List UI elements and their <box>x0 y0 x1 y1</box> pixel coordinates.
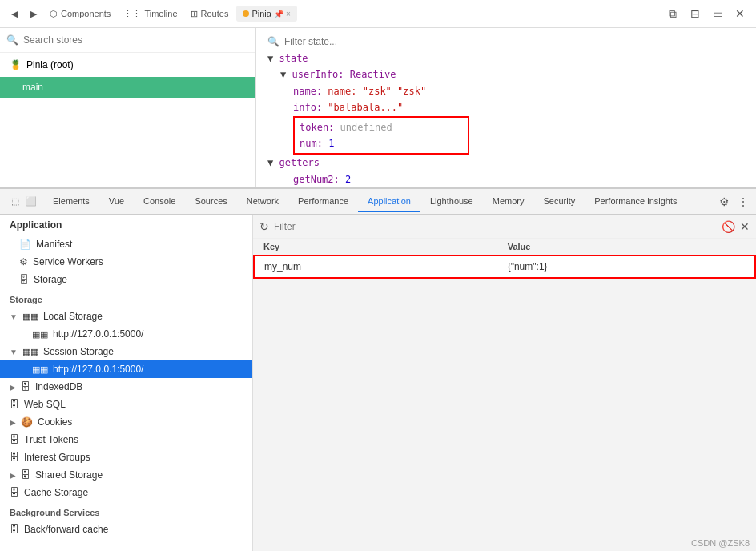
session-storage-url-icon: ▦▦ <box>32 364 48 375</box>
num-field: num: 1 <box>300 135 463 151</box>
trust-tokens-icon: 🗄 <box>10 434 19 445</box>
sidebar-cookies[interactable]: ▶ 🍪 Cookies <box>0 413 252 431</box>
devtools-window-controls: ⚙ ⋮ <box>714 192 753 211</box>
devtools-undock-button[interactable]: ⊟ <box>686 4 705 23</box>
session-storage-expand-icon: ▼ <box>10 348 18 356</box>
red-highlight-box: token: undefined num: 1 <box>293 116 469 155</box>
pinia-root-store-item[interactable]: 🍍 Pinia (root) <box>0 53 255 77</box>
tab-elements[interactable]: Elements <box>43 191 99 212</box>
vue-devtools-bar: ◀ ▶ ⬡ Components ⋮⋮ Timeline ⊞ Routes Pi… <box>0 0 756 28</box>
cookies-expand-icon: ▶ <box>10 418 16 427</box>
storage-table-body: my_num {"num":1} <box>254 255 755 278</box>
storage-section-divider: Storage <box>0 288 252 308</box>
value-column-header: Value <box>498 239 755 255</box>
components-icon: ⬡ <box>50 9 58 19</box>
routes-tab[interactable]: ⊞ Routes <box>186 6 234 22</box>
devtools-settings-icon[interactable]: ⚙ <box>714 192 734 211</box>
sidebar-local-storage[interactable]: ▼ ▦▦ Local Storage <box>0 308 252 325</box>
cache-storage-icon: 🗄 <box>10 487 19 498</box>
sidebar-trust-tokens[interactable]: 🗄 Trust Tokens <box>0 431 252 448</box>
sidebar-session-storage[interactable]: ▼ ▦▦ Session Storage <box>0 343 252 360</box>
getters-section: ▼ getters <box>267 155 745 171</box>
devtools-minimize-button[interactable]: ▭ <box>708 4 727 23</box>
sidebar-service-workers[interactable]: ⚙ Service Workers <box>0 253 252 271</box>
window-controls: ⧉ ⊟ ▭ ✕ <box>663 4 750 23</box>
table-row[interactable]: my_num {"num":1} <box>254 255 755 278</box>
components-tab[interactable]: ⬡ Components <box>45 6 115 22</box>
pinia-state-view: 🔍 ▼ state ▼ userInfo: Reactive name: nam… <box>256 28 756 187</box>
sidebar-interest-groups[interactable]: 🗄 Interest Groups <box>0 448 252 466</box>
application-section-title: Application <box>0 215 252 235</box>
routes-icon: ⊞ <box>191 9 198 19</box>
highlighted-fields: token: undefined num: 1 <box>293 116 745 155</box>
service-workers-icon: ⚙ <box>19 256 28 267</box>
timeline-icon: ⋮⋮ <box>123 9 141 19</box>
inspect-icon[interactable]: ⬚ <box>8 195 22 209</box>
tab-network[interactable]: Network <box>237 191 288 212</box>
tab-vue[interactable]: Vue <box>99 191 134 212</box>
devtools-dock-button[interactable]: ⧉ <box>663 4 682 23</box>
devtools-close-button[interactable]: ✕ <box>730 4 750 23</box>
app-sidebar: Application 📄 Manifest ⚙ Service Workers… <box>0 215 253 551</box>
row-key: my_num <box>254 255 498 278</box>
sidebar-manifest[interactable]: 📄 Manifest <box>0 235 252 253</box>
cookies-icon: 🍪 <box>21 416 33 428</box>
pinia-tab[interactable]: Pinia 📌 × <box>236 6 296 22</box>
tab-console[interactable]: Console <box>134 191 185 212</box>
timeline-tab[interactable]: ⋮⋮ Timeline <box>119 6 182 22</box>
sidebar-shared-storage[interactable]: ▶ 🗄 Shared Storage <box>0 466 252 484</box>
sidebar-back-forward-cache[interactable]: 🗄 Back/forward cache <box>0 521 252 538</box>
sidebar-websql[interactable]: 🗄 Web SQL <box>0 396 252 413</box>
key-column-header: Key <box>254 239 498 255</box>
row-value: {"num":1} <box>498 255 755 278</box>
indexeddb-expand-icon: ▶ <box>10 383 16 392</box>
nav-back-button[interactable]: ◀ <box>6 6 22 22</box>
bg-services-section-divider: Background Services <box>0 501 252 521</box>
storage-table: Key Value my_num {"num":1} <box>253 239 756 279</box>
pinia-store-list: 🔍 🍍 Pinia (root) main <box>0 28 256 187</box>
local-storage-grid-icon: ▦▦ <box>22 312 38 322</box>
getnum2-field: getNum2: 2 <box>267 171 745 187</box>
userinfo-fields: name: name: "zsk" "zsk" info: "balabala.… <box>280 83 745 155</box>
tab-performance[interactable]: Performance <box>288 191 358 212</box>
pinia-main-store-item[interactable]: main <box>0 77 255 98</box>
devtools-more-icon[interactable]: ⋮ <box>734 192 753 211</box>
tab-memory[interactable]: Memory <box>483 191 534 212</box>
shared-storage-icon: 🗄 <box>21 469 30 481</box>
local-storage-expand-icon: ▼ <box>10 312 18 321</box>
search-stores-input[interactable] <box>23 34 249 46</box>
clear-button[interactable]: 🚫 <box>722 220 735 233</box>
sidebar-storage-item[interactable]: 🗄 Storage <box>0 271 252 288</box>
refresh-button[interactable]: ↻ <box>259 220 269 233</box>
pinia-store-icon: 🍍 <box>10 59 22 70</box>
userinfo-label: ▼ userInfo: Reactive <box>280 66 745 82</box>
sidebar-session-storage-url[interactable]: ▦▦ http://127.0.0.1:5000/ <box>0 360 252 378</box>
filter-input[interactable] <box>274 221 717 232</box>
close-button[interactable]: ✕ <box>740 220 750 233</box>
websql-icon: 🗄 <box>10 399 19 410</box>
tab-security[interactable]: Security <box>533 191 585 212</box>
sidebar-cache-storage[interactable]: 🗄 Cache Storage <box>0 484 252 501</box>
devtools-panel-icons: ⬚ ⬜ <box>3 195 43 209</box>
back-forward-cache-icon: 🗄 <box>10 524 19 535</box>
search-bar: 🔍 <box>0 28 255 53</box>
pinia-panel: 🔍 🍍 Pinia (root) main 🔍 ▼ state ▼ userIn… <box>0 28 756 188</box>
nav-forward-button[interactable]: ▶ <box>26 6 42 22</box>
storage-table-wrapper: Key Value my_num {"num":1} <box>253 239 756 279</box>
tab-performance-insights[interactable]: Performance insights <box>585 191 686 212</box>
tab-lighthouse[interactable]: Lighthouse <box>420 191 483 212</box>
pinia-close-icon[interactable]: × <box>286 10 291 18</box>
shared-storage-expand-icon: ▶ <box>10 471 16 480</box>
info-field: info: "balabala..." <box>293 99 745 115</box>
sidebar-local-storage-url[interactable]: ▦▦ http://127.0.0.1:5000/ <box>0 325 252 343</box>
pinia-pin-icon: 📌 <box>274 10 284 18</box>
tab-sources[interactable]: Sources <box>185 191 236 212</box>
devtools-panel: ⬚ ⬜ Elements Vue Console Sources Network… <box>0 188 756 551</box>
sidebar-indexeddb[interactable]: ▶ 🗄 IndexedDB <box>0 378 252 396</box>
tab-application[interactable]: Application <box>358 191 420 212</box>
search-icon: 🔍 <box>6 34 18 46</box>
local-storage-url-icon: ▦▦ <box>32 329 48 340</box>
device-icon[interactable]: ⬜ <box>24 195 38 209</box>
filter-state-input[interactable] <box>284 36 404 47</box>
name-field: name: name: "zsk" "zsk" <box>293 83 745 99</box>
